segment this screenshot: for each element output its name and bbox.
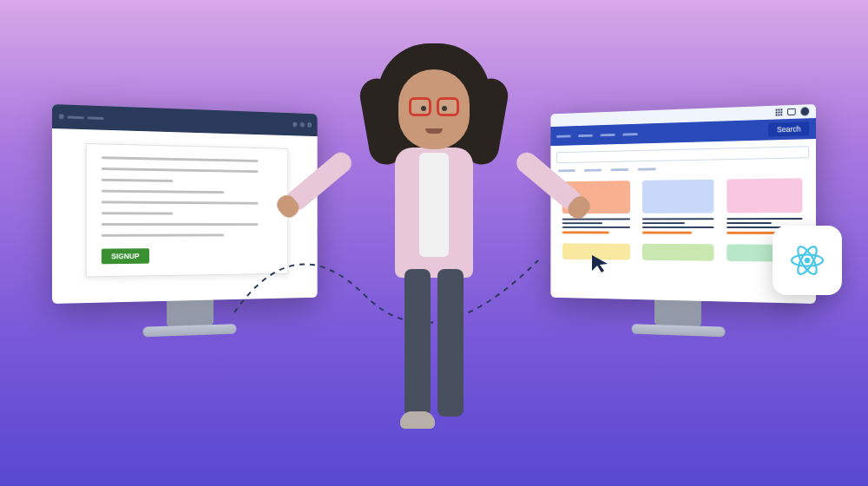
product-text-line [642,227,714,228]
search-input[interactable] [556,146,809,163]
product-card[interactable] [642,244,714,266]
link-row [550,165,816,172]
product-image [642,244,714,261]
form-field-line [102,233,225,236]
form-field-line [102,200,258,204]
monitor-base [143,324,237,337]
product-accent [727,232,779,234]
header-line [68,115,84,119]
character-glasses [409,97,459,116]
nav-item[interactable] [601,133,615,135]
character-illustration [347,43,521,443]
product-text-line [642,222,685,224]
header-dot [300,122,305,128]
header-dot [307,122,312,128]
product-card[interactable] [642,180,714,234]
product-accent [642,232,692,234]
product-text-line [727,218,802,220]
link-item[interactable] [584,169,602,172]
link-item[interactable] [638,167,656,170]
nav-item[interactable] [622,133,637,135]
product-text-line [642,218,714,220]
product-text-line [562,222,603,224]
product-text-line [562,227,630,228]
link-item[interactable] [558,169,575,172]
grid-icon[interactable] [776,108,783,115]
search-button[interactable]: Search [769,122,810,136]
character-mouth [425,128,443,134]
monitor-stand [167,300,214,326]
product-image [642,180,714,213]
form-field-line [102,212,173,214]
product-text-line [727,222,772,224]
react-badge [773,226,842,295]
character-body [395,148,473,278]
form-field-line [102,179,173,182]
product-image [727,178,802,213]
character-legs [404,269,464,417]
form-field-line [102,167,258,173]
cart-icon[interactable] [787,108,796,115]
header-dot [59,114,64,119]
user-icon[interactable] [800,107,809,115]
nav-item[interactable] [556,135,571,137]
monitor-right: Search [550,104,816,347]
product-accent [562,231,609,233]
form-field-line [102,156,258,162]
react-icon [783,236,832,285]
form-field-line [102,190,225,194]
signup-button[interactable]: SIGNUP [102,248,149,264]
header-dot [293,122,297,128]
form-field-line [102,223,258,226]
monitor-stand [654,300,701,326]
cursor-icon [590,253,611,274]
svg-point-0 [805,258,811,264]
monitor-base [632,324,726,337]
window-header-left [52,104,318,136]
nav-item[interactable] [578,134,593,136]
character-face [398,69,470,149]
product-text-line [562,219,630,220]
link-item[interactable] [610,168,628,171]
header-line [88,116,104,120]
